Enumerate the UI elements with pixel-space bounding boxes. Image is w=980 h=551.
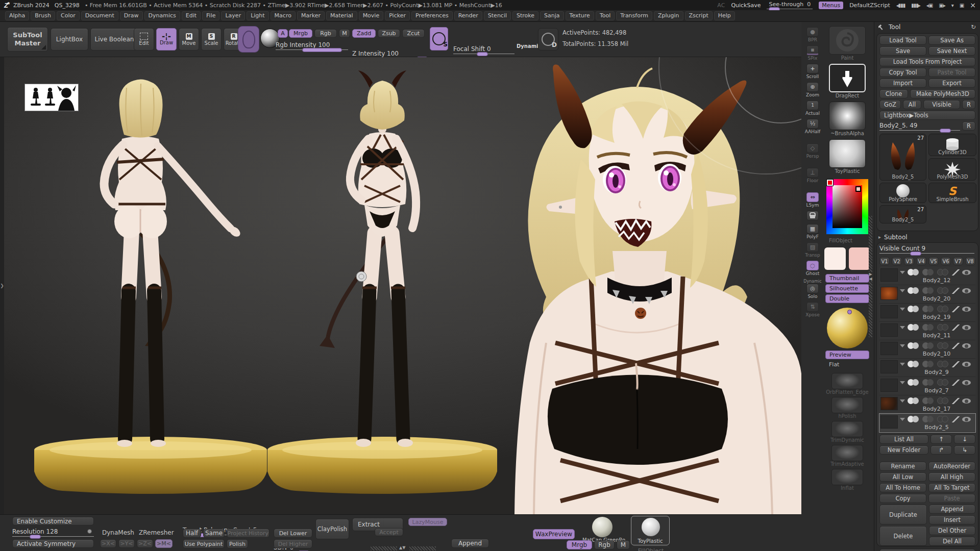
all-low-button[interactable]: All Low (879, 472, 926, 482)
menu-item[interactable]: Color (57, 11, 80, 20)
menu-item[interactable]: Help (714, 11, 735, 20)
displacement-toggle-icon[interactable] (937, 306, 949, 312)
move-down-hierarchy-button[interactable]: ↳ (954, 445, 975, 455)
visibility-eye-icon[interactable] (962, 380, 971, 385)
shelf-toggle-button[interactable]: PolyF (802, 224, 823, 239)
version-button[interactable]: V4 (916, 257, 926, 265)
menu-item[interactable]: Material (326, 11, 357, 20)
shelf-toggle-button[interactable]: Zoom (802, 82, 823, 97)
displacement-toggle-icon[interactable] (937, 379, 949, 386)
menus-toggle-button[interactable]: Menus (819, 2, 843, 9)
visibility-eye-icon[interactable] (962, 307, 971, 312)
live-boolean-button[interactable]: Live Boolean (90, 28, 138, 51)
menu-item[interactable]: Zscript (685, 11, 713, 20)
tray-scrub-right[interactable] (409, 546, 436, 550)
waxpreview-button[interactable]: WaxPreview (533, 529, 575, 539)
version-button[interactable]: V5 (928, 257, 939, 265)
polypaint-toggle-icon[interactable] (908, 361, 920, 367)
subtool-row[interactable]: Body2_9 (879, 359, 975, 377)
visibility-eye-icon[interactable] (962, 270, 971, 275)
subtool-row[interactable]: Body2_20 (879, 285, 975, 304)
brush-alpha-thumbnail[interactable] (829, 102, 866, 130)
fillobject-button[interactable]: FillObject (829, 238, 852, 243)
tool-thumbnail-body2-5[interactable]: 27 Body2_5 (879, 134, 926, 181)
menu-item[interactable]: Picker (385, 11, 410, 20)
active-tool-slider[interactable]: Body2_5. 49 (879, 122, 960, 131)
sv-cursor[interactable] (855, 186, 861, 192)
visibility-eye-icon[interactable] (962, 325, 971, 330)
menu-item[interactable]: Draw (120, 11, 143, 20)
minimize-button[interactable]: ▾ (951, 3, 953, 8)
export-button[interactable]: Export (928, 79, 975, 88)
thumbnail-toggle[interactable]: Thumbnail (825, 274, 869, 283)
displacement-toggle-icon[interactable] (937, 397, 949, 404)
displacement-toggle-icon[interactable] (937, 361, 949, 367)
menu-item[interactable]: Macro (271, 11, 296, 20)
goz-r-button[interactable]: R (962, 100, 975, 109)
paint-brush-icon[interactable] (952, 361, 960, 367)
accept-button[interactable]: Accept (375, 528, 403, 536)
paint-brush-icon[interactable] (952, 306, 960, 312)
flip-down-icon[interactable] (900, 308, 905, 311)
subtool-down-button[interactable]: ↓ (954, 435, 975, 444)
all-to-target-button[interactable]: All To Target (928, 483, 975, 492)
preview-toggle[interactable]: Preview (825, 350, 869, 359)
polypaint-toggle-icon[interactable] (908, 379, 920, 386)
menu-item[interactable]: Preferences (411, 11, 453, 20)
del-all-button[interactable]: Del All (929, 537, 975, 546)
polish-button[interactable]: Polish (227, 539, 248, 548)
visibility-eye-icon[interactable] (962, 362, 971, 367)
menu-item[interactable]: Tool (596, 11, 615, 20)
subtool-row[interactable]: Body2_5 (879, 414, 975, 432)
autoreorder-button[interactable]: AutoReorder (928, 462, 975, 471)
visibility-eye-icon[interactable] (962, 417, 971, 422)
paint-brush-icon[interactable] (952, 288, 960, 294)
main-color-swatch[interactable] (824, 247, 846, 270)
polypaint-toggle-icon[interactable] (908, 397, 920, 404)
visible-count-handle[interactable] (910, 252, 921, 256)
paint-brush-icon[interactable] (952, 380, 960, 386)
secondary-color-swatch[interactable] (849, 247, 870, 270)
subtool-palette-header[interactable]: ▸ Subtool (874, 232, 980, 242)
new-folder-button[interactable]: New Folder (879, 445, 928, 455)
shelf-toggle-button[interactable]: Dynamic Solo (802, 279, 823, 299)
del-other-button[interactable]: Del Other (929, 526, 975, 535)
current-brush-button[interactable] (238, 26, 259, 53)
draw-mode-button[interactable]: -¦- Draw (156, 28, 177, 51)
flat-label[interactable]: Flat (829, 361, 839, 368)
make-polymesh3d-button[interactable]: Make PolyMesh3D (910, 89, 975, 98)
goz-all-button[interactable]: All (903, 100, 921, 109)
resolution-slider[interactable]: Resolution 128 (12, 528, 94, 537)
project-history-button[interactable]: Project History (227, 529, 270, 538)
version-button[interactable]: V8 (965, 257, 975, 265)
shelf-toggle-button[interactable]: Scroll (802, 64, 823, 79)
insert-subtool-button[interactable]: Insert (929, 515, 975, 524)
version-button[interactable]: V3 (904, 257, 914, 265)
menu-item[interactable]: Movie (359, 11, 384, 20)
dock-right-icon[interactable]: ▣▸ (939, 3, 945, 8)
paste-tool-button[interactable]: Paste Tool (928, 68, 975, 77)
import-button[interactable]: Import (879, 79, 926, 88)
active-tool-handle[interactable] (940, 129, 951, 133)
subtool-row[interactable]: Body2_12 (879, 267, 975, 285)
scale-mode-button[interactable]: S Scale (201, 28, 222, 51)
tool-thumbnail-polysphere[interactable]: PolySphere (879, 183, 926, 203)
toyplastic-material-chip[interactable]: ToyPlastic (631, 516, 670, 545)
stroke-type-button[interactable]: S (430, 27, 448, 51)
menu-item[interactable]: Brush (31, 11, 55, 20)
close-button[interactable]: × (970, 1, 976, 9)
polypaint-toggle-icon[interactable] (908, 342, 920, 349)
flip-down-icon[interactable] (900, 326, 905, 329)
save-next-button[interactable]: Save Next (928, 46, 975, 56)
tool-thumbnail-cylinder3d[interactable]: Cylinder3D (928, 134, 976, 156)
shelf-toggle-button[interactable]: SPix (802, 45, 823, 61)
zcut-button[interactable]: Zcut (402, 29, 425, 38)
move-mode-button[interactable]: M Move (179, 28, 199, 51)
rgb-intensity-slider[interactable]: Rgb Intensity 100 (276, 41, 348, 50)
paint-brush-icon[interactable] (952, 324, 960, 331)
menu-item[interactable]: Layer (221, 11, 245, 20)
version-button[interactable]: V2 (892, 257, 902, 265)
uv-toggle-icon[interactable] (922, 324, 935, 331)
hue-cursor[interactable] (827, 180, 833, 186)
menu-item[interactable]: Render (454, 11, 482, 20)
